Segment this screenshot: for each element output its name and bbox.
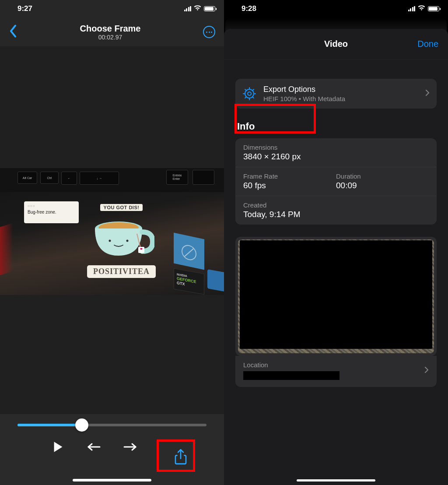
svg-line-19	[252, 89, 254, 91]
keyboard-key: ↓ →	[80, 172, 119, 185]
wifi-icon	[194, 4, 201, 13]
svg-point-3	[126, 240, 128, 242]
wifi-icon	[418, 4, 425, 13]
frame-preview: Alt Car Ctrl ← ↓ → Entrée Enter ○○○ Bug-…	[0, 46, 224, 414]
keyboard-key: Entrée Enter	[166, 170, 188, 185]
intel-badge	[207, 269, 224, 292]
choose-frame-header: Choose Frame 00:02.97	[0, 18, 224, 46]
map-preview[interactable]	[235, 237, 437, 356]
blue-tile	[174, 233, 204, 270]
svg-point-2	[108, 240, 111, 242]
export-subtitle: HEIF 100% • With Metadata	[263, 95, 345, 102]
keyboard-key: ←	[61, 172, 77, 185]
status-bar: 9:27	[0, 0, 224, 18]
status-time: 9:28	[242, 4, 256, 13]
left-screenshot: 9:27 Choose Frame 00:02.97 Alt Car Ctrl …	[0, 0, 224, 485]
back-button[interactable]	[9, 25, 18, 39]
header-timestamp: 00:02.97	[80, 34, 141, 41]
home-indicator	[297, 479, 375, 481]
cellular-icon	[184, 6, 192, 11]
header-title: Choose Frame	[80, 24, 141, 34]
svg-line-17	[252, 97, 254, 98]
right-screenshot: 9:28 Video Done	[224, 0, 448, 485]
highlight-share	[157, 439, 195, 472]
prev-frame-button[interactable]	[87, 439, 102, 454]
map-redaction	[240, 240, 432, 349]
info-sheet: Video Done	[224, 29, 448, 485]
geforce-badge: NVIDIA GEFORCE GTX	[174, 268, 204, 295]
playback-controls	[0, 414, 224, 485]
preview-image: Alt Car Ctrl ← ↓ → Entrée Enter ○○○ Bug-…	[0, 168, 224, 295]
keyboard-key: Ctrl	[40, 172, 59, 184]
play-button[interactable]	[51, 439, 66, 454]
svg-line-16	[245, 89, 246, 91]
cellular-icon	[408, 6, 416, 11]
sheet-title: Video	[324, 39, 348, 49]
export-title: Export Options	[263, 85, 345, 94]
svg-rect-5	[138, 247, 144, 253]
location-redaction	[243, 371, 340, 380]
next-frame-button[interactable]	[122, 439, 137, 454]
chevron-right-icon	[425, 89, 430, 98]
keyboard-key	[192, 170, 214, 185]
battery-icon	[428, 6, 439, 11]
chevron-right-icon	[424, 366, 429, 375]
more-button[interactable]	[203, 26, 215, 38]
status-bar: 9:28	[224, 0, 448, 18]
done-button[interactable]: Done	[417, 39, 438, 49]
bugfree-sticker: ○○○ Bug-free zone.	[24, 201, 79, 223]
scrubber-slider[interactable]	[18, 424, 206, 426]
battery-icon	[204, 6, 215, 11]
home-indicator	[73, 479, 151, 481]
created-row: Created Today, 9:14 PM	[235, 196, 437, 225]
duration-row: Duration 00:09	[336, 172, 429, 190]
svg-line-18	[245, 97, 246, 98]
location-row[interactable]: Location	[235, 356, 437, 387]
svg-point-11	[248, 92, 251, 95]
info-card: Dimensions 3840 × 2160 px Frame Rate 60 …	[235, 138, 437, 225]
highlight-dimensions	[234, 104, 316, 134]
gear-icon	[242, 87, 256, 101]
status-time: 9:27	[18, 4, 32, 13]
keyboard-key: Alt Car	[18, 172, 37, 184]
framerate-row: Frame Rate 60 fps	[243, 172, 336, 190]
dimensions-row: Dimensions 3840 × 2160 px	[235, 138, 437, 167]
cup-sticker: YOU GOT DIS! POSITIVITEA	[83, 203, 160, 291]
